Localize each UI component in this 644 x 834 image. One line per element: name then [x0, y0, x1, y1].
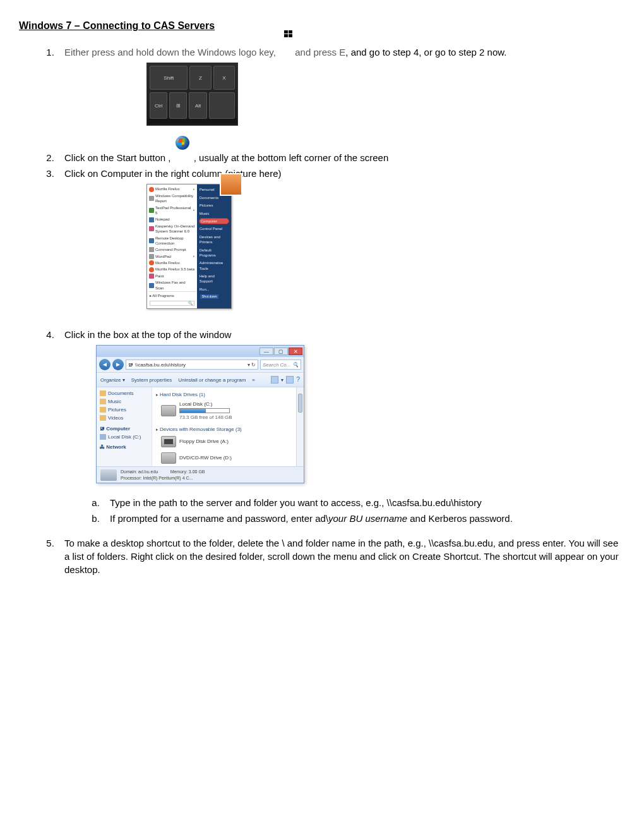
- system-properties-button[interactable]: System properties: [131, 377, 172, 384]
- start-menu-computer-highlighted: Computer: [199, 218, 229, 224]
- start-menu-screenshot: Mozilla Firefox▸ Windows Compatibility R…: [146, 184, 232, 309]
- scrollbar[interactable]: [296, 387, 304, 466]
- help-icon[interactable]: ?: [296, 375, 300, 384]
- step-1-text-mid: and press E: [295, 47, 345, 57]
- start-menu-program: Notepad: [148, 216, 196, 222]
- start-menu-program: Remote Desktop Connection: [148, 235, 196, 247]
- preview-pane-icon[interactable]: [286, 376, 294, 384]
- nav-row: ◄ ► 🖳 \\casfsa.bu.edu\history ▾↻ Search …: [97, 357, 304, 373]
- floppy-icon: [161, 436, 176, 447]
- step-1-text-pre: Either press and hold down the Windows l…: [64, 47, 278, 57]
- start-menu-program: Windows Compatibility Report: [148, 193, 196, 205]
- user-avatar: [220, 173, 242, 196]
- all-programs: ▸ All Programs: [148, 291, 196, 299]
- nav-item[interactable]: Documents: [98, 389, 150, 397]
- start-menu-program: Windows Fax and Scan: [148, 279, 196, 291]
- uninstall-program-button[interactable]: Uninstall or change a program: [178, 377, 246, 384]
- key-ctrl: Ctrl: [150, 92, 167, 119]
- step-4: Click in the box at the top of the windo…: [57, 328, 625, 525]
- refresh-icon[interactable]: ↻: [251, 361, 256, 368]
- computer-large-icon: [100, 469, 117, 481]
- start-menu-item: Devices and Printers: [199, 233, 229, 246]
- nav-pane: Documents Music Pictures Videos 🖳 Comput…: [97, 387, 152, 466]
- content-pane: Hard Disk Drives (1) Local Disk (C:) 73.…: [152, 387, 304, 466]
- toolbar-overflow[interactable]: »: [252, 377, 254, 384]
- start-menu-search: 🔍: [150, 301, 194, 306]
- key-space: [209, 92, 235, 119]
- organize-menu[interactable]: Organize ▾: [100, 377, 125, 384]
- window-chrome: — ▢ ✕: [97, 346, 304, 357]
- start-menu-item: Default Programs: [199, 246, 229, 260]
- close-button[interactable]: ✕: [289, 348, 302, 355]
- step-4b-pre: If prompted for a username and password,…: [110, 513, 328, 524]
- maximize-button[interactable]: ▢: [274, 348, 288, 355]
- start-menu-item: Music: [199, 210, 229, 217]
- details-pane: Domain: ad.bu.edu Memory: 3.00 GB Proces…: [97, 466, 304, 483]
- back-button[interactable]: ◄: [99, 359, 110, 370]
- view-icon[interactable]: [271, 376, 278, 384]
- sub-steps-list: Type in the path to the server and folde…: [64, 496, 625, 525]
- page-title: Windows 7 – Connecting to CAS Servers: [19, 19, 625, 33]
- drive-local-c[interactable]: Local Disk (C:) 73.3 GB free of 148 GB: [156, 399, 300, 425]
- step-3-text: Click on Computer in the right column (p…: [64, 168, 281, 179]
- start-menu-item: Run...: [199, 286, 229, 293]
- start-menu-program: Paint: [148, 273, 196, 279]
- nav-item[interactable]: Videos: [98, 414, 150, 422]
- drive-floppy[interactable]: Floppy Disk Drive (A:): [156, 435, 300, 451]
- start-orb-icon: [176, 136, 189, 150]
- minimize-button[interactable]: —: [259, 348, 273, 355]
- start-menu-left-pane: Mozilla Firefox▸ Windows Compatibility R…: [147, 184, 197, 308]
- scrollbar-thumb[interactable]: [298, 394, 302, 413]
- start-menu-item: Help and Support: [199, 272, 229, 286]
- step-5: To make a desktop shortcut to the folder…: [57, 536, 625, 576]
- start-menu-program: Kaspersky On-Demand System Scanner 6.0: [148, 223, 196, 235]
- search-box[interactable]: Search Co... 🔍: [260, 360, 301, 370]
- nav-header-computer[interactable]: 🖳 Computer: [98, 424, 150, 433]
- address-bar[interactable]: 🖳 \\casfsa.bu.edu\history ▾↻: [126, 360, 258, 370]
- start-menu-item: Pictures: [199, 202, 229, 209]
- step-4b-post: and Kerberos password.: [407, 513, 513, 524]
- nav-item[interactable]: Local Disk (C:): [98, 433, 150, 441]
- drive-label: Local Disk (C:): [179, 401, 232, 408]
- start-menu-program: TextPad Professional 5▸: [148, 205, 196, 217]
- step-4-text: Click in the box at the top of the windo…: [64, 329, 231, 340]
- search-icon: 🔍: [292, 361, 299, 368]
- computer-icon: 🖳: [128, 361, 133, 368]
- start-menu-program: Mozilla Firefox▸: [148, 186, 196, 192]
- drive-usage-bar: [179, 408, 230, 413]
- step-4b: If prompted for a username and password,…: [102, 512, 625, 525]
- drive-label: DVD/CD-RW Drive (D:): [179, 454, 232, 461]
- start-menu-item: Administrative Tools: [199, 259, 229, 272]
- nav-item[interactable]: Music: [98, 397, 150, 406]
- explorer-window-screenshot: — ▢ ✕ ◄ ► 🖳 \\casfsa.bu.edu\history ▾↻ S…: [96, 345, 304, 483]
- key-shift: Shift: [150, 66, 188, 90]
- main-steps-list: Either press and hold down the Windows l…: [19, 45, 625, 576]
- drive-label: Floppy Disk Drive (A:): [179, 438, 229, 445]
- nav-item[interactable]: Pictures: [98, 406, 150, 414]
- dvd-icon: [161, 452, 176, 464]
- step-1-text-post: , and go to step 4, or go to step 2 now.: [345, 47, 506, 57]
- path-example: \\casfsa.bu.edu\history: [387, 497, 482, 508]
- start-menu-program: Mozilla Firefox 3.5 beta: [148, 266, 196, 272]
- key-z: Z: [189, 66, 211, 90]
- group-header-hdd[interactable]: Hard Disk Drives (1): [156, 390, 300, 399]
- address-text: \\casfsa.bu.edu\history: [135, 361, 186, 368]
- view-dropdown-icon[interactable]: ▾: [281, 377, 283, 384]
- step-5-text: To make a desktop shortcut to the folder…: [64, 538, 619, 575]
- nav-header-network[interactable]: 🖧 Network: [98, 442, 150, 451]
- step-2-text-post: , usually at the bottom left corner of t…: [194, 152, 389, 163]
- address-dropdown-icon[interactable]: ▾: [247, 361, 250, 368]
- step-1: Either press and hold down the Windows l…: [57, 45, 625, 126]
- forward-button[interactable]: ►: [112, 359, 124, 370]
- step-4a: Type in the path to the server and folde…: [102, 496, 625, 509]
- step-2-text-pre: Click on the Start button ,: [64, 152, 174, 163]
- key-x: X: [213, 66, 235, 90]
- hdd-icon: [161, 405, 176, 416]
- toolbar: Organize ▾ System properties Uninstall o…: [97, 373, 304, 387]
- search-placeholder: Search Co...: [263, 361, 290, 368]
- start-menu-program: Command Prompt: [148, 246, 196, 253]
- drive-dvd[interactable]: DVD/CD-RW Drive (D:): [156, 451, 300, 468]
- drive-free-space: 73.3 GB free of 148 GB: [179, 414, 232, 421]
- start-menu-program: WordPad▸: [148, 253, 196, 260]
- group-header-removable[interactable]: Devices with Removable Storage (3): [156, 425, 300, 434]
